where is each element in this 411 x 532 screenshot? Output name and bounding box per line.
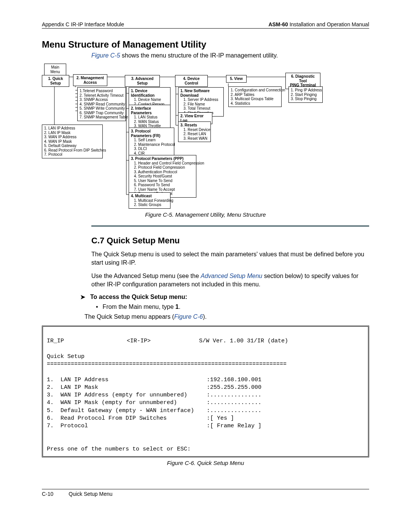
figure-c5-caption: Figure C-5. Management Utility, Menu Str… <box>42 211 369 218</box>
list-item: 7. User Name To Accept <box>134 187 194 192</box>
list-item: 1. Device Name <box>134 97 168 102</box>
list-item: 2. Reset LAN <box>183 132 209 136</box>
advanced-setup-link[interactable]: Advanced Setup Menu <box>201 273 262 279</box>
term-row-value: ............... <box>207 391 261 399</box>
intro-line: Figure C-5 shows the menu structure of t… <box>91 52 369 59</box>
term-device: IR_IP <box>47 337 127 345</box>
list-item: 7. SNMP Management Table <box>80 115 124 120</box>
view-items: 1. Configuration and Connection2. ARP Ta… <box>228 86 282 107</box>
list-item: 5. User Name To Send <box>134 179 194 183</box>
c7-title: C.7 Quick Setup Menu <box>91 236 369 246</box>
figure-c6-caption: Figure C-6. Quick Setup Menu <box>42 460 369 466</box>
intro-text: shows the menu structure of the IR-IP ma… <box>120 52 278 59</box>
node-advanced-setup: 3. Advanced Setup <box>125 75 160 87</box>
list-item: 5. Default Gateway <box>44 144 100 148</box>
bullet-text: From the Main menu, type 1. <box>103 304 181 310</box>
section-title: Menu Structure of Management Utility <box>42 39 369 50</box>
term-row: 5. Default Gateway (empty - WAN interfac… <box>47 407 364 415</box>
term-row-value: [ Yes ] <box>207 415 234 422</box>
header-left: Appendix C IR-IP Interface Module <box>42 21 124 27</box>
page-header: Appendix C IR-IP Interface Module ASM-60… <box>42 21 369 29</box>
list-item: 3. WAN IP Address <box>44 135 100 139</box>
list-item: 1. Multicast Forwarding <box>134 198 168 203</box>
term-row-label: 6. Read Protocol From DIP Switches <box>47 415 207 422</box>
list-item: 1. LAN Status <box>134 115 168 120</box>
term-rule: ========================================… <box>47 361 287 367</box>
list-item: 1. Header and Control Field Compression <box>134 161 194 166</box>
term-row: 7. Protocol[ Frame Relay ] <box>47 422 364 430</box>
list-item: 2. Maintenance Protocol <box>134 142 172 147</box>
list-item: 2. Start Pinging <box>291 93 320 97</box>
figure-c6-link[interactable]: Figure C-6 <box>174 313 203 320</box>
to-access-text: To access the Quick Setup menu: <box>90 294 187 300</box>
list-item: 2. LAN IP Mask <box>44 131 100 135</box>
list-item: 1. Configuration and Connection <box>231 88 279 93</box>
node-management-access: 2. Management Access <box>73 74 107 86</box>
term-prompt-line: Press one of the numbers to select or ES… <box>47 446 191 452</box>
term-row-label: 1. LAN IP Address <box>47 376 207 384</box>
header-right: ASM-60 Installation and Operation Manual <box>268 21 369 27</box>
term-row-label: 3. WAN IP Address (empty for unnumbered) <box>47 391 207 399</box>
list-item: 2. ARP Tables <box>231 93 279 97</box>
term-subtitle: Quick Setup <box>47 353 84 360</box>
term-row: 2. LAN IP Mask255.255.255.000 <box>47 384 364 391</box>
list-item: 4. Statistics <box>231 101 279 106</box>
menu-structure-diagram: Main Menu 1. Quick Setup 2. Management A… <box>42 64 335 208</box>
adv-multicast: 4. Multicast 1. Multicast Forwarding2. S… <box>129 192 170 209</box>
list-item: 5. SNMP Write Community <box>80 106 124 111</box>
list-item: 3. Total Timeout <box>183 106 221 111</box>
list-item: 3. Multicast Groups Table <box>231 97 279 101</box>
term-row: 6. Read Protocol From DIP Switches[ Yes … <box>47 415 364 422</box>
list-item: 7. Protocol <box>44 152 100 157</box>
quick-setup-items: 1. LAN IP Address2. LAN IP Mask3. WAN IP… <box>42 125 103 158</box>
list-item: 3. Stop Pinging <box>291 97 320 101</box>
c7-p1: The Quick Setup menu is used to select t… <box>91 250 369 267</box>
list-item: 4. Security Host/Guest <box>134 174 194 179</box>
list-item: 2. WAN Status <box>134 120 168 124</box>
quick-setup-terminal: IR_IP<IR-IP>S/W Ver. 1.00 31/IR (date) Q… <box>42 326 369 457</box>
term-row-label: 4. WAN IP Mask (empty for unnumbered) <box>47 399 207 407</box>
term-row-value: 255.255.255.000 <box>207 384 261 391</box>
main-menu-label: Main Menu <box>50 65 60 74</box>
list-item: 6. SNMP Trap Community <box>80 111 124 115</box>
bullet-row: • From the Main menu, type 1. <box>96 304 369 310</box>
list-item: 6. Password To Send <box>134 183 194 187</box>
header-product: ASM-60 <box>268 21 288 27</box>
node-view: 5. View <box>226 75 247 83</box>
result-line: The Quick Setup menu appears (Figure C-6… <box>84 313 369 320</box>
list-item: 2. Telenet Activity Timeout <box>80 93 124 98</box>
node-device-control: 4. Device Control <box>175 75 208 87</box>
list-item: 1. Reset Device <box>183 128 209 132</box>
term-prompt: <IR-IP> <box>127 337 199 345</box>
term-row-value: 192.168.100.001 <box>207 376 261 384</box>
section-rule <box>91 225 369 227</box>
c7-p2: Use the Advanced Setup menu (see the Adv… <box>91 272 369 288</box>
term-row-label: 5. Default Gateway (empty - WAN interfac… <box>47 407 207 415</box>
list-item: 1. Ping IP Address <box>291 88 320 93</box>
arrow-icon: ➤ <box>80 294 86 301</box>
term-row-value: [ Frame Relay ] <box>207 422 261 430</box>
list-item: 3. DLCI <box>134 147 172 151</box>
list-item: 3. Reset WAN <box>183 136 209 141</box>
diag-items: 1. Ping IP Address2. Start Pinging3. Sto… <box>288 86 323 103</box>
list-item: 1. Server IP Address <box>183 97 221 102</box>
term-row-value: ............... <box>207 407 261 415</box>
adv-protocol-ppp: 3. Protocol Parameters (PPP) 1. Header a… <box>129 155 196 198</box>
figure-c5-link[interactable]: Figure C-5 <box>91 52 120 59</box>
term-row-label: 2. LAN IP Mask <box>47 384 207 391</box>
list-item: 3. Authentication Protocol <box>134 170 194 174</box>
footer-page: C-10 <box>42 491 53 497</box>
page-footer: C-10 Quick Setup Menu <box>42 489 369 497</box>
term-version: S/W Ver. 1.00 31/IR (date) <box>199 337 288 345</box>
header-doc: Installation and Operation Manual <box>288 21 369 27</box>
term-rows: 1. LAN IP Address192.168.100.0012. LAN I… <box>47 376 364 430</box>
list-item: 6. Read Protocol From DIP Switches <box>44 148 100 153</box>
list-item: 2. Protocol Field Compression <box>134 165 194 170</box>
term-row: 3. WAN IP Address (empty for unnumbered)… <box>47 391 364 399</box>
mgmt-access-items: 1.Telenet Password2. Telenet Activity Ti… <box>77 87 126 121</box>
term-row: 4. WAN IP Mask (empty for unnumbered)...… <box>47 399 364 407</box>
term-row-value: ............... <box>207 399 261 407</box>
devctrl-resets: 3. Resets 1. Reset Device2. Reset LAN3. … <box>178 121 211 142</box>
footer-section: Quick Setup Menu <box>68 491 112 497</box>
list-item: 2. Static Groups <box>134 203 168 207</box>
